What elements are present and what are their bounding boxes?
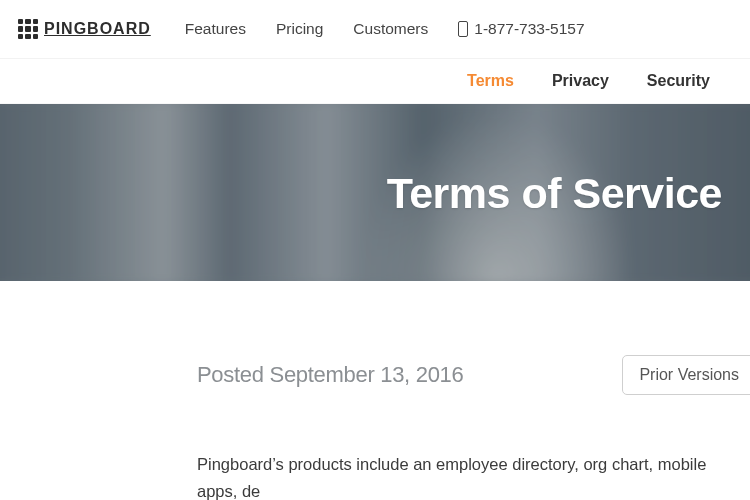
brand-name: PINGBOARD [44, 20, 151, 38]
tab-terms[interactable]: Terms [467, 72, 514, 90]
phone-number: 1-877-733-5157 [474, 20, 584, 38]
nav-pricing[interactable]: Pricing [276, 20, 323, 38]
top-nav: PINGBOARD Features Pricing Customers 1-8… [0, 0, 750, 59]
nav-customers[interactable]: Customers [353, 20, 428, 38]
brand-logo[interactable]: PINGBOARD [18, 19, 151, 39]
phone-link[interactable]: 1-877-733-5157 [458, 20, 584, 38]
page-title: Terms of Service [387, 168, 722, 217]
primary-nav: Features Pricing Customers [185, 20, 429, 38]
tab-privacy[interactable]: Privacy [552, 72, 609, 90]
hero-banner: Terms of Service [0, 104, 750, 281]
legal-subnav: Terms Privacy Security [0, 59, 750, 104]
tab-security[interactable]: Security [647, 72, 710, 90]
phone-icon [458, 21, 468, 37]
nav-features[interactable]: Features [185, 20, 246, 38]
posted-date: Posted September 13, 2016 [197, 362, 463, 388]
logo-icon [18, 19, 38, 39]
meta-row: Posted September 13, 2016 Prior Versions [197, 355, 750, 395]
content-area: Posted September 13, 2016 Prior Versions… [0, 281, 750, 500]
prior-versions-button[interactable]: Prior Versions [622, 355, 750, 395]
body-text: Pingboard’s products include an employee… [197, 451, 750, 500]
